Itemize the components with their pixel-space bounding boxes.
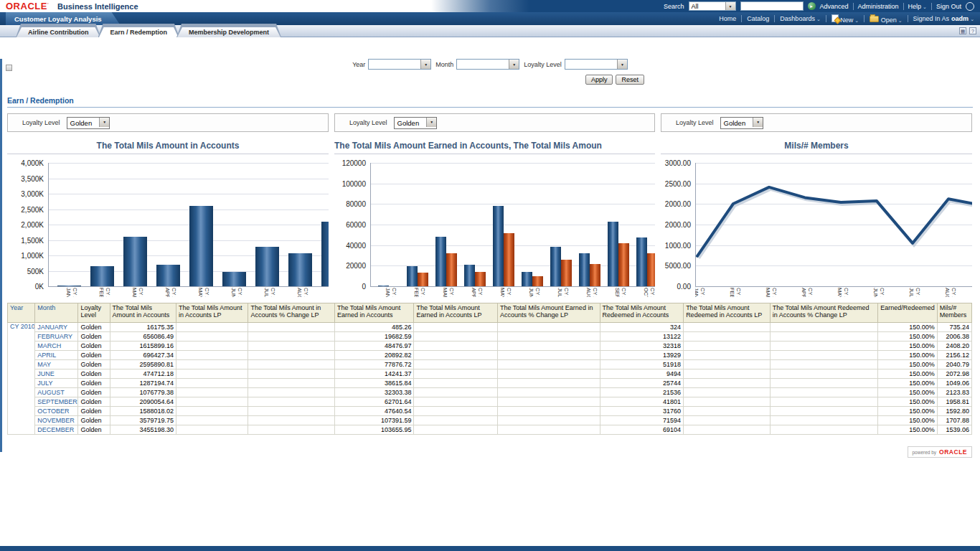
chevron-down-icon[interactable]: ▼ bbox=[426, 118, 436, 127]
value-cell bbox=[248, 342, 335, 351]
user-icon[interactable] bbox=[966, 2, 974, 11]
bar-april bbox=[475, 272, 486, 286]
new-icon bbox=[831, 14, 839, 22]
y-axis-label: 3000.00 bbox=[661, 159, 691, 167]
value-cell bbox=[684, 397, 771, 407]
value-cell bbox=[497, 360, 600, 369]
value-cell bbox=[176, 416, 248, 425]
tab-membership-development[interactable]: Membership Development bbox=[176, 24, 281, 37]
loyalty-level-label: Loyalty Level bbox=[349, 119, 387, 126]
value-cell bbox=[176, 342, 248, 351]
value-cell bbox=[770, 369, 878, 379]
chevron-down-icon[interactable]: ▼ bbox=[99, 118, 109, 127]
value-cell: 1592.80 bbox=[937, 407, 971, 416]
bar-october bbox=[636, 237, 647, 286]
nav-link-catalog[interactable]: Catalog bbox=[747, 15, 769, 22]
value-cell bbox=[770, 323, 878, 332]
help-icon[interactable]: ? bbox=[969, 27, 976, 34]
nav-link-dashboards[interactable]: Dashboards⌄ bbox=[780, 15, 820, 22]
top-link-advanced[interactable]: Advanced bbox=[820, 3, 849, 10]
chevron-down-icon[interactable]: ▼ bbox=[617, 60, 627, 69]
x-axis-label: APRIL bbox=[801, 288, 807, 297]
value-cell bbox=[770, 379, 878, 388]
year-cell[interactable]: CY 2010 bbox=[8, 323, 35, 435]
search-scope-select[interactable]: All ▼ bbox=[689, 1, 736, 11]
month-cell[interactable]: FEBRUARY bbox=[35, 332, 78, 342]
chart-title: The Total Mils Amount Earned in Accounts… bbox=[334, 141, 655, 151]
value-cell: 2595890.81 bbox=[110, 360, 176, 369]
month-cell[interactable]: NOVEMBER bbox=[35, 416, 78, 425]
nav-link-open[interactable]: Open⌄ bbox=[870, 14, 902, 24]
chevron-down-icon[interactable]: ▼ bbox=[753, 118, 763, 127]
x-axis-label: JULY bbox=[557, 288, 563, 297]
month-cell[interactable]: SEPTEMBER bbox=[35, 397, 78, 407]
nav-link-new[interactable]: New⌄ bbox=[831, 14, 859, 24]
chevron-down-icon[interactable]: ▼ bbox=[725, 2, 735, 10]
month-cell[interactable]: JUNE bbox=[35, 369, 78, 379]
month-cell[interactable]: AUGUST bbox=[35, 388, 78, 397]
value-cell: 2123.83 bbox=[937, 388, 971, 397]
column-header-month[interactable]: Month bbox=[35, 303, 78, 323]
gridline bbox=[49, 179, 329, 179]
month-cell[interactable]: MARCH bbox=[35, 342, 78, 351]
x-axis-sub-label: CY 2010 bbox=[843, 288, 849, 297]
tab-airline-contribution[interactable]: Airline Contribution bbox=[16, 24, 101, 37]
tab-label: Airline Contribution bbox=[17, 27, 100, 37]
column-header-year[interactable]: Year bbox=[8, 303, 35, 323]
value-cell: Golden bbox=[78, 425, 110, 435]
loyalty-level-select[interactable]: Golden▼ bbox=[394, 117, 438, 129]
value-cell: Golden bbox=[78, 351, 110, 360]
collapse-prompt-icon[interactable] bbox=[6, 65, 12, 71]
apply-button[interactable]: Apply bbox=[585, 75, 613, 85]
value-cell: 150.00% bbox=[878, 397, 937, 407]
powered-by-badge: powered by ORACLE bbox=[908, 446, 973, 458]
chart-title-rule bbox=[7, 154, 329, 154]
x-axis-label: MAY bbox=[197, 288, 204, 297]
month-cell[interactable]: DECEMBER bbox=[35, 425, 78, 435]
x-axis-label: JUNE bbox=[872, 288, 879, 297]
filter-loyalty-level-select[interactable]: ▼ bbox=[565, 59, 628, 70]
bar-march bbox=[435, 237, 446, 286]
page-options-icon[interactable]: ▦ bbox=[959, 27, 966, 34]
loyalty-level-select[interactable]: Golden▼ bbox=[720, 117, 764, 129]
x-axis-label: AUGUST bbox=[585, 288, 592, 297]
filter-year-select[interactable]: ▼ bbox=[368, 59, 431, 70]
month-cell[interactable]: JULY bbox=[35, 379, 78, 388]
search-go-icon[interactable]: ▸ bbox=[808, 2, 816, 10]
nav-link-home[interactable]: Home bbox=[719, 15, 736, 22]
left-border-strip bbox=[0, 59, 2, 452]
loyalty-level-select[interactable]: Golden▼ bbox=[67, 117, 110, 129]
value-cell bbox=[770, 425, 878, 435]
value-cell: 1287194.74 bbox=[110, 379, 176, 388]
y-axis-label: 100000 bbox=[334, 180, 366, 188]
value-cell: 735.24 bbox=[937, 323, 971, 332]
filter-month-select[interactable]: ▼ bbox=[456, 59, 519, 70]
value-cell: 150.00% bbox=[878, 407, 937, 416]
value-cell bbox=[684, 351, 771, 360]
month-cell[interactable]: APRIL bbox=[35, 351, 78, 360]
value-cell: 69104 bbox=[600, 425, 684, 435]
x-axis-sub-label: CY 2010 bbox=[391, 288, 397, 297]
y-axis-label: 2000.00 bbox=[661, 221, 691, 229]
top-link-administration[interactable]: Administration bbox=[858, 3, 899, 10]
top-link-sign-out[interactable]: Sign Out bbox=[936, 3, 961, 10]
y-axis-label: 0.00 bbox=[661, 283, 691, 291]
month-cell[interactable]: MAY bbox=[35, 360, 78, 369]
nav-link-signed-in-as[interactable]: Signed In Asoadm⌄ bbox=[913, 15, 974, 22]
x-axis-label: AUGUST bbox=[944, 288, 951, 297]
chevron-down-icon[interactable]: ▼ bbox=[509, 60, 519, 69]
chevron-down-icon[interactable]: ▼ bbox=[420, 60, 430, 69]
reset-button[interactable]: Reset bbox=[616, 75, 644, 85]
top-link-help[interactable]: Help⌄ bbox=[908, 3, 927, 10]
month-cell[interactable]: JANUARY bbox=[35, 323, 78, 332]
x-axis-label: MARCH bbox=[442, 288, 448, 297]
search-input[interactable] bbox=[740, 1, 804, 11]
tab-earn-redemption[interactable]: Earn / Redemption bbox=[98, 24, 180, 37]
value-cell bbox=[248, 379, 335, 388]
value-cell: 77876.72 bbox=[334, 360, 413, 369]
value-cell bbox=[497, 369, 600, 379]
y-axis-label: 1000.00 bbox=[661, 242, 691, 250]
dashboard-nav: HomeCatalogDashboards⌄ New⌄ Open⌄Signed … bbox=[719, 12, 980, 25]
value-cell: 107391.59 bbox=[334, 416, 413, 425]
month-cell[interactable]: OCTOBER bbox=[35, 407, 78, 416]
